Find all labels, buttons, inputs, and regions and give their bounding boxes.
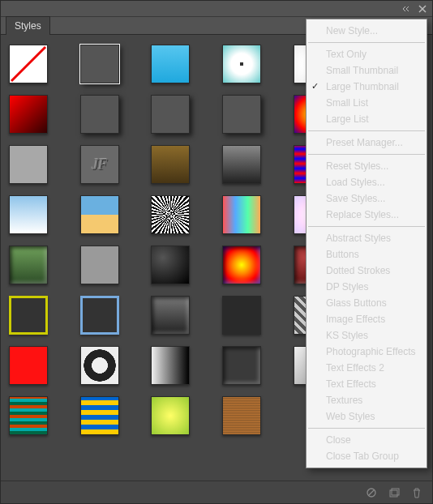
menu-item[interactable]: Text Effects 2 xyxy=(307,360,427,376)
menu-item-label: Text Only xyxy=(326,49,367,60)
trash-icon[interactable] xyxy=(411,487,422,498)
svg-line-0 xyxy=(11,47,45,81)
menu-item-label: Load Styles... xyxy=(326,177,385,188)
menu-item-label: Dotted Strokes xyxy=(326,265,390,276)
menu-item[interactable]: Text Effects xyxy=(307,376,427,392)
style-thumbnail[interactable] xyxy=(151,346,190,385)
style-thumbnail[interactable] xyxy=(151,95,190,134)
menu-item-label: KS Styles xyxy=(326,330,368,341)
panel-top-bar xyxy=(1,1,432,17)
menu-separator xyxy=(308,154,425,155)
menu-separator xyxy=(308,42,425,43)
menu-item-label: Text Effects xyxy=(326,378,376,390)
style-thumbnail[interactable] xyxy=(9,396,48,435)
menu-item-label: Glass Buttons xyxy=(326,297,387,309)
svg-rect-3 xyxy=(392,489,399,495)
menu-separator xyxy=(308,226,425,227)
menu-item-label: Buttons xyxy=(326,249,359,260)
menu-separator xyxy=(308,130,425,131)
style-thumbnail[interactable] xyxy=(80,396,119,435)
menu-item-label: Photographic Effects xyxy=(326,346,416,357)
menu-item-label: Web Styles xyxy=(326,411,375,422)
menu-item[interactable]: Save Styles... xyxy=(307,190,427,207)
styles-panel: Styles JF New Style...Text OnlySmall Thu… xyxy=(0,0,433,504)
style-thumbnail[interactable] xyxy=(151,145,190,184)
menu-item-label: Image Effects xyxy=(326,314,385,325)
style-thumbnail[interactable] xyxy=(222,45,261,83)
svg-rect-2 xyxy=(390,490,397,497)
style-thumbnail[interactable] xyxy=(222,145,261,184)
menu-item-label: Replace Styles... xyxy=(326,209,399,220)
menu-item[interactable]: ✓Large Thumbnail xyxy=(307,79,427,95)
style-thumbnail[interactable] xyxy=(222,296,261,335)
menu-item[interactable]: Load Styles... xyxy=(307,174,427,190)
menu-item[interactable]: Glass Buttons xyxy=(307,295,427,311)
menu-item-label: Close Tab Group xyxy=(326,451,399,462)
menu-separator xyxy=(308,428,425,429)
style-thumbnail[interactable] xyxy=(80,95,119,134)
style-thumbnail[interactable] xyxy=(222,246,261,284)
style-thumbnail[interactable] xyxy=(151,246,190,284)
style-thumbnail[interactable] xyxy=(222,346,261,385)
style-thumbnail[interactable] xyxy=(222,95,261,134)
style-thumbnail[interactable] xyxy=(80,346,119,385)
menu-item-label: New Style... xyxy=(326,25,378,36)
menu-item-label: Abstract Styles xyxy=(326,233,391,244)
tab-styles[interactable]: Styles xyxy=(6,16,50,35)
style-thumbnail[interactable] xyxy=(9,346,48,385)
menu-item[interactable]: Preset Manager... xyxy=(307,135,427,151)
style-thumbnail[interactable] xyxy=(80,296,119,335)
style-thumbnail[interactable] xyxy=(80,246,119,284)
menu-item-label: Save Styles... xyxy=(326,193,385,204)
menu-item-label: Close xyxy=(326,434,351,446)
menu-item: New Style... xyxy=(307,23,427,39)
menu-item[interactable]: Textures xyxy=(307,392,427,408)
clear-style-icon[interactable] xyxy=(366,487,377,498)
style-thumbnail[interactable] xyxy=(80,195,119,234)
menu-item[interactable]: Close xyxy=(307,432,427,448)
style-thumbnail[interactable] xyxy=(9,195,48,234)
menu-item-label: Text Effects 2 xyxy=(326,362,384,374)
menu-item-label: Textures xyxy=(326,395,362,406)
menu-item[interactable]: KS Styles xyxy=(307,327,427,344)
style-thumbnail[interactable]: JF xyxy=(80,145,119,184)
menu-item[interactable]: Replace Styles... xyxy=(307,207,427,223)
close-icon[interactable] xyxy=(418,4,427,14)
new-style-icon[interactable] xyxy=(388,487,400,498)
style-thumbnail[interactable] xyxy=(9,45,48,83)
style-thumbnail[interactable] xyxy=(80,45,119,83)
menu-item-label: Small List xyxy=(326,97,368,109)
check-icon: ✓ xyxy=(311,81,319,92)
menu-item-label: Large List xyxy=(326,113,369,125)
style-thumbnail[interactable] xyxy=(151,296,190,335)
menu-item[interactable]: Reset Styles... xyxy=(307,158,427,174)
style-thumbnail[interactable] xyxy=(9,95,48,134)
menu-item[interactable]: Close Tab Group xyxy=(307,448,427,464)
style-thumbnail[interactable] xyxy=(9,296,48,335)
menu-item-label: Preset Manager... xyxy=(326,137,403,148)
menu-item[interactable]: DP Styles xyxy=(307,279,427,295)
menu-item[interactable]: Image Effects xyxy=(307,311,427,327)
style-thumbnail[interactable] xyxy=(151,195,190,234)
panel-bottom-bar xyxy=(1,481,432,503)
menu-item[interactable]: Web Styles xyxy=(307,408,427,425)
menu-item[interactable]: Text Only xyxy=(307,46,427,62)
panel-flyout-menu: New Style...Text OnlySmall Thumbnail✓Lar… xyxy=(306,19,427,468)
style-thumbnail[interactable] xyxy=(151,45,190,83)
style-thumbnail[interactable] xyxy=(9,246,48,284)
menu-item[interactable]: Buttons xyxy=(307,246,427,263)
menu-item-label: Reset Styles... xyxy=(326,160,388,172)
collapse-icon[interactable] xyxy=(401,4,411,14)
menu-item[interactable]: Dotted Strokes xyxy=(307,263,427,279)
menu-item-label: Small Thumbnail xyxy=(326,65,398,76)
style-thumbnail[interactable] xyxy=(151,396,190,435)
menu-item[interactable]: Small Thumbnail xyxy=(307,62,427,79)
style-thumbnail[interactable] xyxy=(222,195,261,234)
style-thumbnail[interactable] xyxy=(9,145,48,184)
menu-item[interactable]: Large List xyxy=(307,111,427,127)
menu-item[interactable]: Abstract Styles xyxy=(307,230,427,246)
menu-item[interactable]: Photographic Effects xyxy=(307,344,427,360)
menu-item[interactable]: Small List xyxy=(307,95,427,111)
menu-item-label: Large Thumbnail xyxy=(326,81,399,92)
style-thumbnail[interactable] xyxy=(222,396,261,435)
